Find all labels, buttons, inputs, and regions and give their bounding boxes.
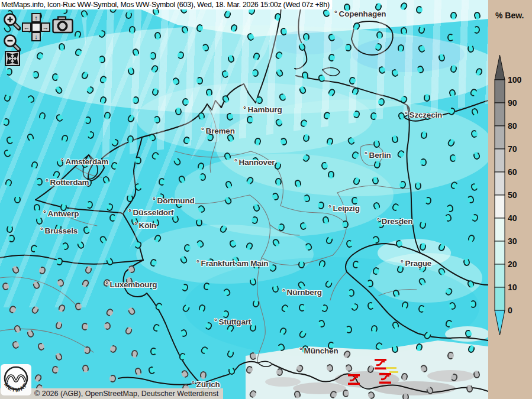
city-label-n-rnberg: °Nürnberg bbox=[282, 288, 322, 297]
arrow-right-icon: → bbox=[43, 24, 49, 31]
drifting-snow-symbol bbox=[373, 359, 388, 371]
pan-up-button[interactable]: ↑ bbox=[31, 13, 41, 22]
city-label-stuttgart: °Stuttgart bbox=[214, 317, 251, 326]
city-name: Luxembourg bbox=[110, 280, 157, 289]
city-name: Düsseldorf bbox=[133, 208, 174, 217]
legend-tick-label: 50 bbox=[508, 190, 517, 200]
pan-center bbox=[31, 22, 41, 32]
legend-tick-label: 60 bbox=[508, 167, 517, 177]
fullscreen-button[interactable] bbox=[5, 51, 20, 66]
camera-icon bbox=[53, 17, 73, 33]
legend-tick-label: 30 bbox=[508, 236, 517, 246]
city-name: Hamburg bbox=[248, 105, 282, 114]
weather-map[interactable]: °Copenhagen°Hamburg°Szczecin°Bremen°Berl… bbox=[0, 0, 488, 399]
city-name: Brussels bbox=[45, 226, 78, 235]
city-marker: ° bbox=[282, 288, 285, 296]
weather-symbol bbox=[402, 393, 410, 399]
city-label-k-ln: °Köln bbox=[134, 221, 156, 230]
legend-arrow-below bbox=[495, 310, 505, 335]
city-label-antwerp: °Antwerp bbox=[43, 209, 79, 218]
city-label-dresden: °Dresden bbox=[377, 217, 412, 226]
city-label-brussels: °Brussels bbox=[40, 226, 78, 235]
arrow-down-icon: ↓ bbox=[34, 34, 38, 40]
arrow-left-icon: ← bbox=[24, 24, 30, 31]
pan-left-button[interactable]: ← bbox=[22, 22, 31, 32]
city-marker: ° bbox=[128, 208, 131, 216]
city-name: Frankfurt am Main bbox=[201, 259, 269, 268]
city-marker: ° bbox=[377, 217, 380, 225]
city-marker: ° bbox=[105, 280, 108, 288]
city-marker: ° bbox=[46, 178, 49, 186]
legend-tick-label: 80 bbox=[508, 121, 517, 131]
metmaps-logo-icon: METMAPS bbox=[1, 364, 31, 395]
weather-symbol bbox=[14, 196, 21, 203]
city-marker: ° bbox=[365, 151, 367, 159]
city-label-amsterdam: °Amsterdam bbox=[61, 157, 108, 166]
city-marker: ° bbox=[40, 226, 43, 235]
city-name: Rotterdam bbox=[50, 178, 89, 187]
city-marker: ° bbox=[196, 259, 199, 267]
legend-tick-label: 40 bbox=[508, 213, 517, 223]
map-geography bbox=[0, 0, 488, 399]
metmaps-app: °Copenhagen°Hamburg°Szczecin°Bremen°Berl… bbox=[0, 0, 532, 399]
zoom-out-button[interactable] bbox=[3, 34, 21, 52]
drifting-snow-symbol bbox=[347, 374, 361, 386]
city-marker: ° bbox=[328, 204, 331, 212]
pan-down-button[interactable]: ↓ bbox=[31, 32, 41, 41]
city-name: Nürnberg bbox=[287, 288, 322, 297]
city-marker: ° bbox=[214, 317, 217, 326]
city-name: Copenhagen bbox=[339, 9, 386, 18]
weather-symbol bbox=[470, 300, 476, 308]
city-marker: ° bbox=[401, 259, 404, 267]
legend-segment bbox=[495, 287, 505, 310]
city-name: Amsterdam bbox=[66, 157, 108, 166]
city-name: Leipzig bbox=[333, 204, 360, 213]
legend-segment bbox=[495, 172, 505, 195]
city-label-bremen: °Bremen bbox=[201, 126, 235, 135]
city-name: Dortmund bbox=[157, 196, 195, 205]
legend-arrow-above bbox=[495, 55, 505, 80]
legend-segment bbox=[495, 80, 505, 103]
legend-panel: % Bew. 1009080706050403020100 bbox=[488, 0, 532, 399]
legend-tick-label: 20 bbox=[508, 259, 517, 269]
pan-right-button[interactable]: → bbox=[41, 22, 50, 32]
city-name: München bbox=[304, 346, 338, 355]
arrow-up-icon: ↑ bbox=[34, 15, 38, 21]
legend-tick-label: 70 bbox=[508, 144, 517, 154]
copyright-bar: © 2026 (AGB), OpenStreetMap, Deutscher W… bbox=[0, 388, 223, 399]
city-label-berlin: °Berlin bbox=[365, 151, 391, 160]
city-marker: ° bbox=[153, 196, 156, 205]
legend-segment bbox=[495, 264, 505, 287]
city-marker: ° bbox=[405, 111, 408, 119]
weather-symbol bbox=[299, 304, 305, 312]
city-marker: ° bbox=[134, 221, 137, 229]
yellow-weather-mark bbox=[386, 367, 396, 369]
legend-segment bbox=[495, 103, 505, 126]
map-title: MetMaps.info, Icon-Ruc WW-Symbol, Mos WW… bbox=[0, 0, 332, 9]
city-label-copenhagen: °Copenhagen bbox=[334, 9, 386, 18]
city-label-luxembourg: °Luxembourg bbox=[105, 280, 157, 289]
city-marker: ° bbox=[192, 380, 195, 388]
zoom-in-button[interactable] bbox=[3, 12, 21, 31]
city-name: Hannover bbox=[239, 158, 275, 167]
city-label-prague: °Prague bbox=[401, 259, 431, 268]
metmaps-logo: METMAPS bbox=[1, 364, 31, 395]
pan-control: ↑ ← → ↓ bbox=[22, 13, 50, 41]
yellow-weather-mark bbox=[389, 371, 398, 373]
screenshot-button[interactable] bbox=[52, 16, 73, 34]
city-marker: ° bbox=[43, 209, 46, 218]
city-label-d-sseldorf: °Düsseldorf bbox=[128, 208, 173, 217]
drifting-snow-symbol bbox=[378, 373, 392, 385]
city-name: Berlin bbox=[369, 151, 391, 160]
legend-tick-label: 90 bbox=[508, 98, 517, 108]
legend-unit-label: % Bew. bbox=[495, 11, 524, 20]
city-name: Szczecin bbox=[410, 111, 442, 119]
legend-tick-label: 10 bbox=[508, 283, 517, 292]
city-marker: ° bbox=[201, 126, 204, 135]
city-label-z-rich: °Zürich bbox=[192, 380, 220, 389]
weather-symbol bbox=[415, 182, 421, 190]
city-label-szczecin: °Szczecin bbox=[405, 111, 442, 119]
legend-segment bbox=[495, 241, 505, 264]
legend-segment bbox=[495, 218, 505, 241]
legend-segment bbox=[495, 195, 505, 218]
